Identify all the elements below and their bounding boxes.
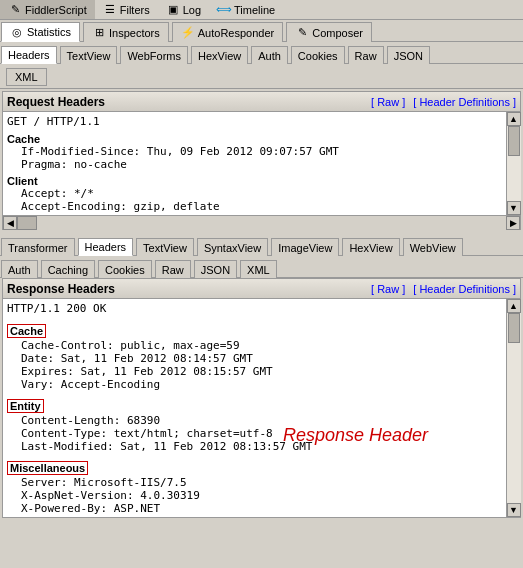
resp-subtab-raw[interactable]: Raw: [155, 260, 191, 278]
response-http-line: HTTP/1.1 200 OK: [7, 301, 488, 316]
xml-subtab-row: XML: [0, 64, 523, 89]
resp-tab-syntaxview[interactable]: SyntaxView: [197, 238, 268, 256]
horiz-scroll-track: [17, 216, 506, 230]
request-horiz-scrollbar: ◀ ▶: [3, 215, 520, 229]
resp-scroll-up-arrow[interactable]: ▲: [507, 299, 521, 313]
tab-autoresponder[interactable]: ⚡ AutoResponder: [172, 22, 283, 42]
scroll-right-arrow[interactable]: ▶: [506, 216, 520, 230]
req-subtab-xml[interactable]: XML: [6, 68, 47, 86]
scroll-up-arrow[interactable]: ▲: [507, 112, 521, 126]
request-content: GET / HTTP/1.1 Cache If-Modified-Since: …: [3, 112, 506, 215]
resp-cache-3: Vary: Accept-Encoding: [7, 378, 488, 391]
request-vertical-scrollbar[interactable]: ▲ ▼: [506, 112, 520, 215]
request-content-wrapper: GET / HTTP/1.1 Cache If-Modified-Since: …: [3, 112, 520, 215]
resp-tab-hexview[interactable]: HexView: [342, 238, 399, 256]
req-client-line-1: Accept-Encoding: gzip, deflate: [7, 200, 488, 213]
log-icon: ▣: [166, 3, 180, 17]
menu-log[interactable]: ▣ Log: [158, 0, 209, 19]
response-headers-title: Response Headers: [7, 282, 115, 296]
req-cache-line-1: Pragma: no-cache: [7, 158, 488, 171]
scroll-left-arrow[interactable]: ◀: [3, 216, 17, 230]
composer-icon: ✎: [295, 26, 309, 40]
resp-scroll-track: [507, 313, 521, 503]
resp-cache-0: Cache-Control: public, max-age=59: [7, 339, 488, 352]
app-window: ✎ FiddlerScript ☰ Filters ▣ Log ⟺ Timeli…: [0, 0, 523, 518]
req-cache-line-0: If-Modified-Since: Thu, 09 Feb 2012 09:0…: [7, 145, 488, 158]
response-header-watermark: Response Header: [283, 425, 428, 446]
request-header-defs-link[interactable]: [ Header Definitions ]: [413, 96, 516, 108]
response-header-links: [ Raw ] [ Header Definitions ]: [371, 283, 516, 295]
request-headers-panel: Request Headers [ Raw ] [ Header Definit…: [2, 91, 521, 230]
fiddlerscript-icon: ✎: [8, 3, 22, 17]
scroll-thumb[interactable]: [508, 126, 520, 156]
menu-fiddlerscript[interactable]: ✎ FiddlerScript: [0, 0, 95, 19]
menu-fiddlerscript-label: FiddlerScript: [25, 4, 87, 16]
resp-subtab-xml[interactable]: XML: [240, 260, 277, 278]
resp-subtab-cookies[interactable]: Cookies: [98, 260, 152, 278]
resp-subtab-caching[interactable]: Caching: [41, 260, 95, 278]
resp-tab-imageview[interactable]: ImageView: [271, 238, 339, 256]
resp-cache-1: Date: Sat, 11 Feb 2012 08:14:57 GMT: [7, 352, 488, 365]
request-raw-link[interactable]: [ Raw ]: [371, 96, 405, 108]
response-sub-tab-row: Auth Caching Cookies Raw JSON XML: [0, 256, 523, 278]
response-raw-link[interactable]: [ Raw ]: [371, 283, 405, 295]
resp-subtab-auth[interactable]: Auth: [1, 260, 38, 278]
req-tab-headers[interactable]: Headers: [1, 46, 57, 64]
req-tab-webforms[interactable]: WebForms: [120, 46, 188, 64]
request-header-links: [ Raw ] [ Header Definitions ]: [371, 96, 516, 108]
req-tab-auth[interactable]: Auth: [251, 46, 288, 64]
response-main-tab-row: Transformer Headers TextView SyntaxView …: [0, 234, 523, 256]
req-tab-hexview[interactable]: HexView: [191, 46, 248, 64]
resp-misc-section: Miscellaneous Server: Microsoft-IIS/7.5 …: [7, 457, 488, 515]
timeline-icon: ⟺: [217, 3, 231, 17]
client-section-label: Client: [7, 175, 488, 187]
menu-timeline-label: Timeline: [234, 4, 275, 16]
req-tab-json[interactable]: JSON: [387, 46, 430, 64]
menu-timeline[interactable]: ⟺ Timeline: [209, 0, 283, 19]
tab-composer[interactable]: ✎ Composer: [286, 22, 372, 42]
req-tab-cookies[interactable]: Cookies: [291, 46, 345, 64]
statistics-label: Statistics: [27, 26, 71, 38]
response-headers-panel: Response Headers [ Raw ] [ Header Defini…: [2, 278, 521, 518]
req-tab-raw[interactable]: Raw: [348, 46, 384, 64]
req-client-line-0: Accept: */*: [7, 187, 488, 200]
req-tab-textview[interactable]: TextView: [60, 46, 118, 64]
filters-icon: ☰: [103, 3, 117, 17]
scroll-track: [507, 126, 521, 201]
second-tab-bar: ◎ Statistics ⊞ Inspectors ⚡ AutoResponde…: [0, 20, 523, 42]
cache-section-label: Cache: [7, 133, 488, 145]
response-headers-header: Response Headers [ Raw ] [ Header Defini…: [3, 279, 520, 299]
resp-cache-2: Expires: Sat, 11 Feb 2012 08:15:57 GMT: [7, 365, 488, 378]
resp-misc-1: X-AspNet-Version: 4.0.30319: [7, 489, 488, 502]
request-http-line: GET / HTTP/1.1: [7, 114, 488, 129]
resp-entity-section: Entity Response Header Content-Length: 6…: [7, 395, 488, 453]
inspectors-label: Inspectors: [109, 27, 160, 39]
resp-tab-transformer[interactable]: Transformer: [1, 238, 75, 256]
horiz-scroll-thumb[interactable]: [17, 216, 37, 230]
autoresponder-icon: ⚡: [181, 26, 195, 40]
resp-scroll-thumb[interactable]: [508, 313, 520, 343]
top-menu-bar: ✎ FiddlerScript ☰ Filters ▣ Log ⟺ Timeli…: [0, 0, 523, 20]
tab-inspectors[interactable]: ⊞ Inspectors: [83, 22, 169, 42]
resp-cache-label: Cache: [7, 324, 46, 338]
request-headers-header: Request Headers [ Raw ] [ Header Definit…: [3, 92, 520, 112]
resp-tab-headers[interactable]: Headers: [78, 238, 134, 256]
request-headers-title: Request Headers: [7, 95, 105, 109]
request-tab-row: Headers TextView WebForms HexView Auth C…: [0, 42, 523, 64]
resp-tab-webview[interactable]: WebView: [403, 238, 463, 256]
resp-cache-section: Cache Cache-Control: public, max-age=59 …: [7, 320, 488, 391]
menu-filters[interactable]: ☰ Filters: [95, 0, 158, 19]
resp-subtab-json[interactable]: JSON: [194, 260, 237, 278]
resp-misc-0: Server: Microsoft-IIS/7.5: [7, 476, 488, 489]
tab-statistics[interactable]: ◎ Statistics: [1, 22, 80, 42]
resp-misc-label: Miscellaneous: [7, 461, 88, 475]
resp-scroll-down-arrow[interactable]: ▼: [507, 503, 521, 517]
scroll-down-arrow[interactable]: ▼: [507, 201, 521, 215]
response-content-wrapper: HTTP/1.1 200 OK Cache Cache-Control: pub…: [3, 299, 520, 517]
response-header-defs-link[interactable]: [ Header Definitions ]: [413, 283, 516, 295]
autoresponder-label: AutoResponder: [198, 27, 274, 39]
resp-tab-textview[interactable]: TextView: [136, 238, 194, 256]
inspectors-icon: ⊞: [92, 26, 106, 40]
statistics-icon: ◎: [10, 25, 24, 39]
response-vertical-scrollbar[interactable]: ▲ ▼: [506, 299, 520, 517]
